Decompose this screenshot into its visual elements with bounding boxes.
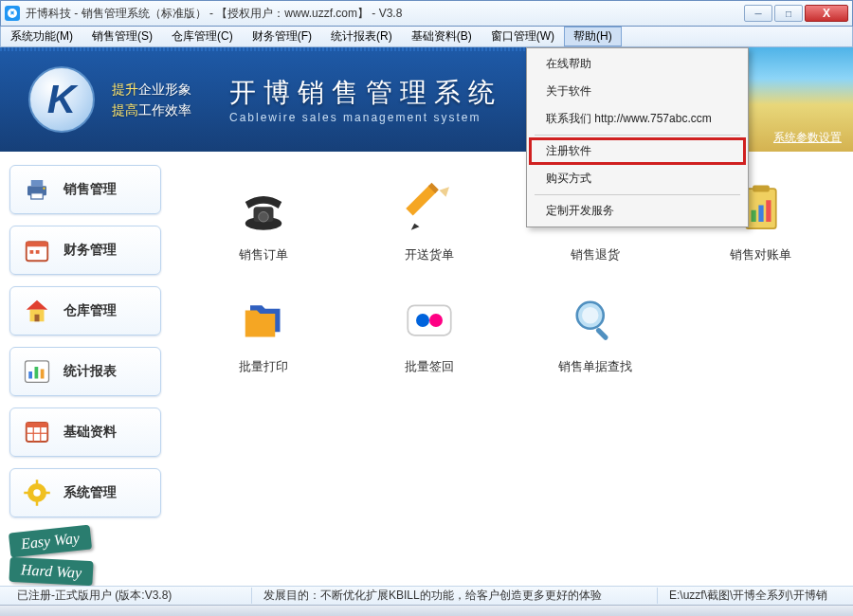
sidebar-item-label: 统计报表 bbox=[64, 363, 117, 380]
sign-hard: Hard Way bbox=[9, 557, 93, 587]
menu-reports[interactable]: 统计报表(R) bbox=[321, 27, 402, 46]
svg-rect-16 bbox=[27, 423, 48, 427]
svg-rect-12 bbox=[28, 371, 32, 379]
dropdown-item-contact[interactable]: 联系我们 http://www.757abc.ccm bbox=[529, 105, 746, 133]
svg-rect-14 bbox=[41, 370, 45, 379]
slogan-line1-rest: 企业形象 bbox=[138, 82, 191, 97]
grid-item-label: 批量签回 bbox=[377, 358, 481, 375]
sidebar-item-label: 系统管理 bbox=[64, 484, 117, 501]
menu-system[interactable]: 系统功能(M) bbox=[1, 27, 82, 46]
house-icon bbox=[22, 296, 52, 326]
window-title: 开博科技 - 销售管理系统（标准版） - 【授权用户：www.uzzf.com】… bbox=[26, 6, 744, 22]
grid-item-batch-print[interactable]: 批量打印 bbox=[211, 292, 316, 375]
flickr-icon bbox=[401, 292, 458, 349]
grid-item-label: 开送货单 bbox=[377, 246, 481, 263]
svg-point-3 bbox=[43, 188, 45, 190]
system-params-link[interactable]: 系统参数设置 bbox=[773, 130, 842, 146]
banner-title-cn: 开博销售管理系统 bbox=[229, 75, 502, 111]
window-buttons: ─ □ X bbox=[744, 5, 848, 22]
dropdown-separator bbox=[535, 194, 740, 195]
sidebar-item-label: 仓库管理 bbox=[64, 302, 117, 319]
svg-rect-5 bbox=[27, 242, 48, 246]
menu-finance[interactable]: 财务管理(F) bbox=[243, 27, 321, 46]
svg-rect-36 bbox=[753, 186, 770, 192]
titlebar: 开博科技 - 销售管理系统（标准版） - 【授权用户：www.uzzf.com】… bbox=[0, 0, 853, 27]
logo: K bbox=[28, 66, 95, 133]
status-center: 发展目的：不断优化扩展KBILL的功能，给客户创造更多更好的体验 bbox=[252, 588, 658, 604]
calendar-money-icon bbox=[22, 235, 52, 265]
status-left: 已注册-正式版用户 (版本:V3.8) bbox=[6, 588, 252, 604]
menu-warehouse[interactable]: 仓库管理(C) bbox=[162, 27, 243, 46]
svg-rect-39 bbox=[766, 200, 771, 222]
svg-marker-29 bbox=[410, 224, 419, 230]
menu-sales[interactable]: 销售管理(S) bbox=[82, 27, 162, 46]
svg-rect-10 bbox=[35, 315, 40, 322]
maximize-button[interactable]: □ bbox=[774, 5, 803, 22]
slogan: 提升企业形象 提高工作效率 bbox=[112, 79, 191, 121]
sidebar-item-finance[interactable]: 财务管理 bbox=[9, 226, 161, 275]
svg-rect-22 bbox=[36, 480, 39, 484]
dropdown-item-register[interactable]: 注册软件 bbox=[529, 137, 746, 165]
grid-item-label: 销售订单 bbox=[211, 246, 316, 263]
menu-help[interactable]: 帮助(H) bbox=[564, 27, 622, 46]
svg-marker-32 bbox=[439, 187, 449, 197]
grid-item-label: 销售单据查找 bbox=[543, 358, 647, 375]
logo-letter: K bbox=[47, 77, 76, 122]
grid-data-icon bbox=[22, 417, 52, 447]
svg-rect-7 bbox=[36, 250, 40, 254]
sidebar-item-label: 财务管理 bbox=[64, 242, 117, 259]
banner-title-en: Cablewire sales management system bbox=[229, 111, 502, 124]
svg-marker-8 bbox=[27, 300, 48, 310]
grid-item-label: 销售退货 bbox=[543, 246, 647, 263]
grid-item-sales-order[interactable]: 销售订单 bbox=[211, 180, 316, 263]
dropdown-item-custom-dev[interactable]: 定制开发服务 bbox=[529, 197, 746, 225]
svg-point-28 bbox=[258, 212, 268, 223]
dropdown-item-online-help[interactable]: 在线帮助 bbox=[529, 50, 746, 78]
dropdown-item-purchase[interactable]: 购买方式 bbox=[529, 165, 746, 192]
pencil-icon bbox=[401, 180, 458, 237]
dropdown-separator bbox=[535, 135, 740, 136]
slogan-line2-rest: 工作效率 bbox=[138, 102, 191, 118]
grid-item-label: 批量打印 bbox=[211, 358, 316, 375]
svg-rect-38 bbox=[758, 206, 763, 223]
dropdown-item-about[interactable]: 关于软件 bbox=[529, 78, 746, 105]
grid-item-search[interactable]: 销售单据查找 bbox=[543, 292, 647, 375]
svg-rect-25 bbox=[45, 492, 50, 495]
close-button[interactable]: X bbox=[805, 5, 848, 22]
sidebar-item-basedata[interactable]: 基础资料 bbox=[9, 408, 161, 457]
svg-rect-13 bbox=[35, 367, 39, 379]
sidebar-item-label: 销售管理 bbox=[64, 181, 117, 198]
statusbar: 已注册-正式版用户 (版本:V3.8) 发展目的：不断优化扩展KBILL的功能，… bbox=[0, 586, 853, 605]
svg-point-41 bbox=[416, 314, 429, 327]
gear-icon bbox=[22, 478, 52, 508]
sidebar-item-label: 基础资料 bbox=[64, 424, 117, 441]
printer-icon bbox=[22, 174, 52, 205]
svg-rect-2 bbox=[31, 193, 44, 199]
svg-rect-24 bbox=[24, 492, 28, 495]
svg-rect-45 bbox=[594, 327, 608, 341]
bar-chart-icon bbox=[22, 356, 52, 387]
phone-icon bbox=[235, 180, 292, 237]
sidebar-item-system[interactable]: 系统管理 bbox=[9, 468, 161, 517]
sidebar-item-sales[interactable]: 销售管理 bbox=[9, 165, 161, 214]
app-icon bbox=[5, 6, 20, 21]
menu-window[interactable]: 窗口管理(W) bbox=[481, 27, 564, 46]
svg-point-21 bbox=[33, 489, 41, 497]
banner-title: 开博销售管理系统 Cablewire sales management syst… bbox=[229, 75, 502, 124]
svg-rect-37 bbox=[751, 210, 755, 222]
svg-point-44 bbox=[582, 307, 599, 324]
sidebar: 销售管理 财务管理 仓库管理 统计报表 基础资料 系统管理 Easy Way H… bbox=[0, 152, 171, 584]
menu-basedata[interactable]: 基础资料(B) bbox=[402, 27, 481, 46]
grid-item-delivery[interactable]: 开送货单 bbox=[377, 180, 481, 263]
minimize-button[interactable]: ─ bbox=[744, 5, 772, 22]
menubar: 系统功能(M) 销售管理(S) 仓库管理(C) 财务管理(F) 统计报表(R) … bbox=[0, 27, 853, 47]
sidebar-item-reports[interactable]: 统计报表 bbox=[9, 347, 161, 396]
status-right: E:\uzzf\截图\开博全系列\开博销 bbox=[658, 588, 847, 604]
grid-item-label: 销售对账单 bbox=[709, 246, 813, 263]
grid-item-batch-sign[interactable]: 批量签回 bbox=[377, 292, 481, 375]
sidebar-item-warehouse[interactable]: 仓库管理 bbox=[9, 286, 161, 335]
taskbar bbox=[0, 605, 853, 616]
content: 销售订单 开送货单 销售退货 销售对账单 批量打印 批量签回 bbox=[171, 152, 853, 584]
help-dropdown: 在线帮助 关于软件 联系我们 http://www.757abc.ccm 注册软… bbox=[526, 47, 749, 227]
svg-rect-6 bbox=[30, 250, 34, 254]
